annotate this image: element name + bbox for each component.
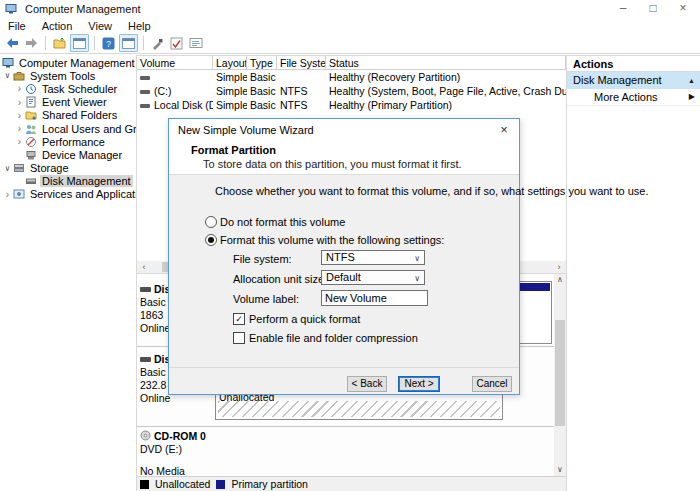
help-icon[interactable]: ?	[100, 35, 117, 51]
compression-checkbox[interactable]	[233, 332, 245, 344]
tree-item-task-scheduler[interactable]: Task Scheduler	[0, 82, 136, 95]
column-header-layout[interactable]: Layout	[213, 56, 247, 70]
tree-item-disk-management[interactable]: Disk Management	[0, 175, 136, 188]
toolbar: ?	[0, 33, 700, 54]
chevron-collapsed-icon[interactable]	[14, 97, 25, 108]
legend-label: Unallocated	[155, 478, 210, 490]
menu-file[interactable]: File	[6, 20, 34, 32]
scroll-left-icon[interactable]: ‹	[137, 261, 151, 273]
column-header-type[interactable]: Type	[247, 56, 277, 70]
radio-do-not-format[interactable]	[205, 216, 217, 228]
pointer-tool-icon[interactable]	[149, 35, 166, 51]
scroll-up-icon[interactable]: ∧	[554, 274, 566, 286]
column-header-status[interactable]: Status	[326, 56, 566, 70]
actions-panel-title: Actions	[567, 55, 700, 72]
export-list-icon[interactable]	[51, 35, 68, 51]
radio-format-volume-label[interactable]: Format this volume with the following se…	[220, 234, 444, 246]
vertical-scrollbar[interactable]: ∧ ∨	[554, 274, 566, 476]
volume-row[interactable]: (C:) Simple Basic NTFS Healthy (System, …	[137, 84, 566, 98]
scrollbar-thumb[interactable]	[555, 320, 565, 426]
check-item-icon[interactable]	[168, 35, 185, 51]
collapse-icon[interactable]: ▲	[688, 72, 695, 89]
tree-item-local-users-and-groups[interactable]: Local Users and Groups	[0, 122, 136, 135]
tree-item-performance[interactable]: Performance	[0, 135, 136, 148]
tree-item-shared-folders[interactable]: Shared Folders	[0, 109, 136, 122]
volume-file-system	[277, 70, 326, 84]
tree-item-storage[interactable]: Storage	[0, 162, 136, 175]
tree-item-label: Task Scheduler	[40, 83, 119, 95]
chevron-expanded-icon[interactable]	[2, 71, 13, 80]
volume-row[interactable]: Local Disk (D:) Simple Basic NTFS Health…	[137, 98, 566, 112]
column-header-volume[interactable]: Volume	[137, 56, 213, 70]
back-button[interactable]: < Back	[347, 376, 387, 392]
chevron-collapsed-icon[interactable]	[14, 83, 25, 94]
close-button[interactable]: ×	[668, 0, 698, 18]
tree-item-label: Services and Applications	[28, 188, 136, 200]
cdrom-label[interactable]: CD-ROM 0 DVD (E:) No Media	[140, 430, 216, 476]
actions-disk-management[interactable]: Disk Management ▲	[567, 72, 700, 89]
disk-management-icon	[25, 175, 37, 187]
toolbar-separator	[143, 36, 144, 50]
cdrom-status: No Media	[140, 466, 216, 476]
tree-item-label: System Tools	[28, 70, 97, 82]
performance-icon	[25, 136, 37, 148]
compression-label[interactable]: Enable file and folder compression	[249, 332, 418, 344]
actions-more-actions[interactable]: More Actions ▶	[567, 89, 700, 106]
system-tools-icon	[13, 70, 25, 82]
computer-icon	[2, 57, 14, 69]
volume-name: Local Disk (D:)	[154, 99, 213, 111]
scroll-right-icon[interactable]: ›	[552, 261, 566, 273]
tree-item-services-and-applications[interactable]: Services and Applications	[0, 188, 136, 201]
dialog-close-icon[interactable]: ×	[489, 119, 519, 141]
menu-view[interactable]: View	[86, 20, 120, 32]
radio-format-volume[interactable]	[205, 234, 217, 246]
submenu-arrow-icon: ▶	[689, 89, 695, 105]
quick-format-checkbox[interactable]	[233, 313, 245, 325]
chevron-collapsed-icon[interactable]	[14, 110, 25, 121]
forward-icon[interactable]	[23, 35, 40, 51]
radio-do-not-format-label[interactable]: Do not format this volume	[220, 216, 345, 228]
scroll-down-icon[interactable]: ∨	[554, 464, 566, 476]
volume-label-input[interactable]	[321, 290, 428, 306]
footer-separator	[169, 367, 519, 368]
back-icon[interactable]	[4, 35, 21, 51]
tree-item-label: Device Manager	[40, 149, 124, 161]
toolbar-separator	[45, 36, 46, 50]
quick-format-label[interactable]: Perform a quick format	[249, 313, 360, 325]
allocation-unit-size-dropdown[interactable]: Default ∨	[321, 270, 425, 285]
properties-window-icon[interactable]	[187, 35, 204, 51]
show-console-tree-icon[interactable]	[70, 34, 89, 52]
file-system-dropdown[interactable]: NTFS ∨	[321, 250, 425, 265]
show-action-pane-icon[interactable]	[119, 34, 138, 52]
chevron-collapsed-icon[interactable]	[14, 123, 25, 134]
tree-item-computer-management[interactable]: Computer Management (Local	[0, 56, 136, 69]
volume-label-label: Volume label:	[233, 293, 299, 305]
chevron-expanded-icon[interactable]	[2, 164, 13, 173]
unallocated-hatch	[218, 401, 500, 417]
volume-row[interactable]: Simple Basic Healthy (Recovery Partition…	[137, 70, 566, 84]
chevron-collapsed-icon[interactable]	[2, 189, 13, 200]
maximize-button[interactable]: □	[638, 0, 668, 18]
dialog-title-bar[interactable]: New Simple Volume Wizard	[169, 119, 519, 141]
chevron-collapsed-icon[interactable]	[14, 136, 25, 147]
svg-text:?: ?	[106, 39, 111, 49]
column-header-file-system[interactable]: File System	[277, 56, 326, 70]
cancel-button[interactable]: Cancel	[472, 376, 512, 392]
tree-item-label: Storage	[28, 162, 71, 174]
tree-item-event-viewer[interactable]: Event Viewer	[0, 96, 136, 109]
partition-legend: Unallocated Primary partition	[137, 476, 566, 491]
menu-action[interactable]: Action	[40, 20, 81, 32]
dialog-title: New Simple Volume Wizard	[169, 124, 314, 136]
menu-help[interactable]: Help	[126, 20, 159, 32]
disk-icon	[140, 357, 151, 362]
tree-item-device-manager[interactable]: Device Manager	[0, 148, 136, 161]
tree-item-system-tools[interactable]: System Tools	[0, 69, 136, 82]
minimize-button[interactable]: –	[608, 0, 638, 18]
title-bar: Computer Management – □ ×	[0, 0, 700, 18]
next-button[interactable]: Next >	[398, 376, 440, 392]
task-scheduler-icon	[25, 83, 37, 95]
device-manager-icon	[25, 149, 37, 161]
volume-icon	[140, 76, 150, 80]
volume-status: Healthy (Primary Partition)	[326, 98, 566, 112]
cd-rom-icon	[140, 430, 151, 441]
